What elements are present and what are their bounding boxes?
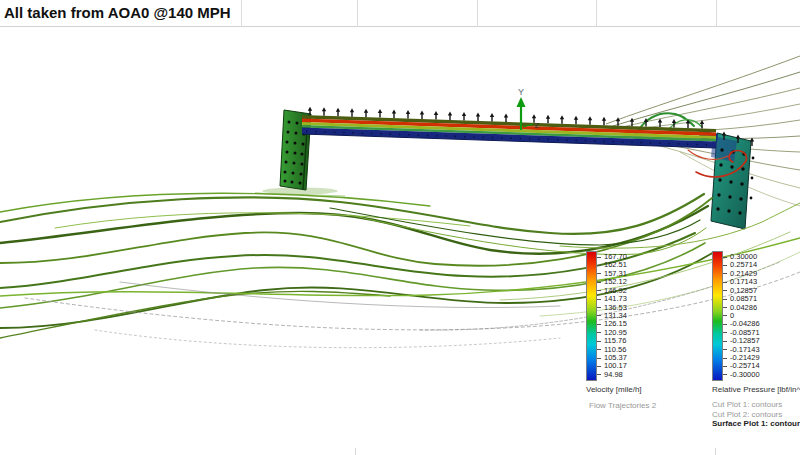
pressure-tick-values: 0.30000 0.25714 0.21429 0.17143 0.12857 … [723,253,760,379]
legend-tick-value: 94.98 [597,371,627,379]
flow-trajectories-caption: Flow Trajectories 2 [589,401,656,410]
plot-captions: Cut Plot 1: contours Cut Plot 2: contour… [712,400,800,429]
pressure-colorbar [712,251,723,381]
velocity-tick-values: 167.70 162.51 157.31 152.12 146.92 141.7… [597,253,627,379]
cut-plot-1-caption: Cut Plot 1: contours [712,400,800,410]
legend-tick-value: 0.04286 [723,304,760,312]
y-axis-arrow-icon [517,97,526,107]
edge-mark [355,448,356,455]
cfd-screenshot: All taken from AOA0 @140 MPH [0,0,800,455]
surface-plot-1-caption: Surface Plot 1: contours [712,419,800,429]
velocity-legend: 167.70 162.51 157.31 152.12 146.92 141.7… [586,251,642,394]
velocity-unit-label: Velocity [mile/h] [586,385,642,394]
empty-cell [358,0,478,27]
empty-cell [242,0,358,27]
velocity-colorbar [586,251,597,381]
y-axis-label: Y [518,87,524,97]
pressure-legend: 0.30000 0.25714 0.21429 0.17143 0.12857 … [712,251,800,394]
legend-tick-value: -0.30000 [723,371,760,379]
legend-tick-value: 0.08571 [723,295,760,303]
empty-cell [478,0,597,27]
pressure-unit-label: Relative Pressure [lbf/in^2] [712,385,800,394]
edge-mark [715,448,716,455]
cut-plot-2-caption: Cut Plot 2: contours [712,410,800,420]
z-axis-label: Z [535,121,540,130]
page-title: All taken from AOA0 @140 MPH [0,0,242,27]
empty-cell [717,0,800,27]
3d-viewport[interactable]: Y Z [0,0,800,455]
annotation-strip: All taken from AOA0 @140 MPH [0,0,800,27]
empty-cell [597,0,717,27]
streamlines [0,113,800,347]
legend-tick-value: 141.73 [597,295,627,303]
